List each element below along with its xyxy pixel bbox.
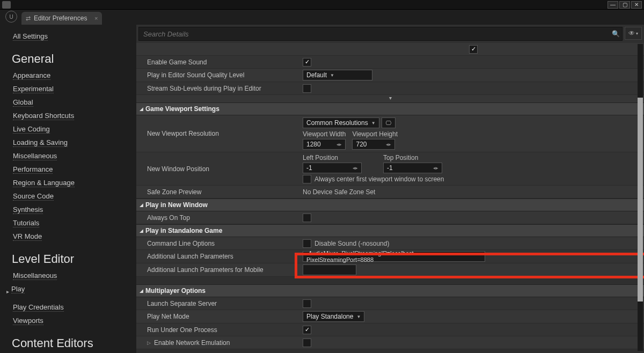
setting-label: ▷Enable Network Emulation [147,337,303,349]
section-play-standalone[interactable]: ◢ Play in Standalone Game [136,224,644,237]
chevron-down-icon: ◢ [140,288,143,293]
maximize-button[interactable]: ▢ [619,1,630,9]
sidebar-item[interactable]: Viewports [13,317,43,325]
sidebar-item[interactable]: Performance [13,165,53,174]
sidebar-item[interactable]: Loading & Saving [13,138,68,147]
additional-launch-params-mobile-input[interactable] [303,264,356,275]
tab-row: ⇄ Editor Preferences × [0,10,644,25]
field-label: Viewport Height [352,130,398,138]
setting-checkbox[interactable] [469,45,478,54]
chevron-right-icon[interactable]: ▷ [147,340,151,345]
chevron-down-icon: ◢ [140,202,143,208]
chevron-down-icon: ◢ [140,228,143,233]
details-panel: 🔍 👁▾ Enable Game Sound Play in Editor So… [136,25,644,353]
safe-zone-value: No Device Safe Zone Set [303,188,375,196]
monitor-icon[interactable]: 🖵 [382,117,396,128]
sidebar-item[interactable]: VR Mode [13,232,42,241]
window-titlebar: — ▢ ✕ [0,0,644,10]
tab-editor-preferences[interactable]: ⇄ Editor Preferences × [21,12,102,25]
setting-label: Launch Separate Server [147,298,303,310]
scrollbar-thumb[interactable] [638,98,643,301]
chevron-down-icon: ▼ [371,121,376,126]
app-logo-icon [2,1,11,9]
setting-label: Run Under One Process [147,324,303,336]
setting-label: Additional Launch Parameters [147,251,303,262]
sidebar-item[interactable]: Source Code [13,192,54,201]
additional-launch-params-input[interactable]: -AudioMixer -PixelStreamingIP=localhost … [303,251,485,262]
sidebar-group-title: General [12,52,132,66]
search-input[interactable] [139,30,609,38]
section-play-new-window[interactable]: ◢ Play in New Window [136,198,644,211]
sidebar-all-settings[interactable]: All Settings [13,32,48,41]
setting-label: New Window Position [147,163,303,175]
tab-label: Editor Preferences [34,14,87,22]
sidebar-item[interactable]: Play [11,285,25,293]
launch-separate-server-checkbox[interactable] [303,299,311,308]
search-bar: 🔍 [138,27,623,41]
setting-label: Play in Editor Sound Quality Level [147,69,303,81]
eye-icon: 👁 [628,30,635,37]
sidebar-item[interactable]: Tutorials [13,219,39,227]
setting-label: Always On Top [147,212,303,224]
close-icon[interactable]: × [94,15,98,21]
top-position-input[interactable]: -1◂▸ [383,163,442,173]
sidebar-item[interactable]: Play Credentials [13,303,64,312]
sidebar-item[interactable]: Synthesis [13,205,43,214]
setting-label: Stream Sub-Levels during Play in Editor [147,83,303,94]
chevron-down-icon: ◢ [140,106,143,112]
always-center-checkbox[interactable] [303,175,311,183]
sidebar-item[interactable]: Appearance [13,71,50,80]
sidebar-item[interactable]: Region & Language [13,179,75,187]
stream-sublevels-checkbox[interactable] [303,84,311,93]
sidebar-item[interactable]: Global [13,98,33,107]
minimize-button[interactable]: — [608,1,618,9]
disable-sound-checkbox[interactable] [303,239,311,248]
field-label: Viewport Width [303,130,346,138]
checkbox-label: Disable Sound (-nosound) [314,240,389,247]
sound-quality-dropdown[interactable]: Default▼ [303,70,372,80]
section-multiplayer[interactable]: ◢ Multiplayer Options [136,284,644,297]
settings-icon: ⇄ [26,15,31,22]
field-label: Left Position [303,154,362,161]
viewport-height-input[interactable]: 720◂▸ [352,139,395,150]
settings-sidebar: All Settings GeneralAppearanceExperiment… [0,25,136,353]
left-position-input[interactable]: -1◂▸ [303,163,362,173]
window-controls: — ▢ ✕ [608,1,642,9]
unreal-logo-icon: U [5,11,17,23]
sidebar-item[interactable]: Miscellaneous [13,271,57,280]
field-label: Top Position [383,154,442,161]
setting-label: Play Net Mode [147,311,303,322]
search-icon[interactable]: 🔍 [609,27,622,40]
sidebar-item[interactable]: Live Coding [13,125,50,134]
run-one-process-checkbox[interactable] [303,326,311,334]
sidebar-item[interactable]: Experimental [13,85,54,93]
details-scroll: Enable Game Sound Play in Editor Sound Q… [136,43,644,353]
viewport-width-input[interactable]: 1280◂▸ [303,139,346,150]
view-options-dropdown[interactable]: 👁▾ [625,27,642,40]
play-net-mode-dropdown[interactable]: Play Standalone▼ [303,311,364,322]
section-game-viewport[interactable]: ◢ Game Viewport Settings [136,102,644,115]
close-button[interactable]: ✕ [631,1,642,9]
chevron-down-icon: ▼ [330,73,334,78]
sidebar-item[interactable]: Miscellaneous [13,152,57,160]
enable-game-sound-checkbox[interactable] [303,58,311,67]
setting-label: Safe Zone Preview [147,186,303,198]
setting-label: New Viewport Resolution [147,128,303,139]
sidebar-group-title: Level Editor [12,252,132,266]
setting-label: Additional Launch Parameters for Mobile [147,264,303,276]
chevron-down-icon: ▼ [356,314,361,319]
checkbox-label: Always center first viewport window to s… [314,175,444,183]
setting-label: Command Line Options [147,238,303,249]
always-on-top-checkbox[interactable] [303,214,311,222]
common-resolutions-dropdown[interactable]: Common Resolutions▼ [303,117,379,128]
enable-network-emulation-checkbox[interactable] [303,339,311,347]
sidebar-group-title: Content Editors [12,336,132,350]
setting-label: Enable Game Sound [147,56,303,68]
expand-section-button[interactable]: ▾ [136,95,644,102]
sidebar-item[interactable]: Keyboard Shortcuts [13,112,74,120]
